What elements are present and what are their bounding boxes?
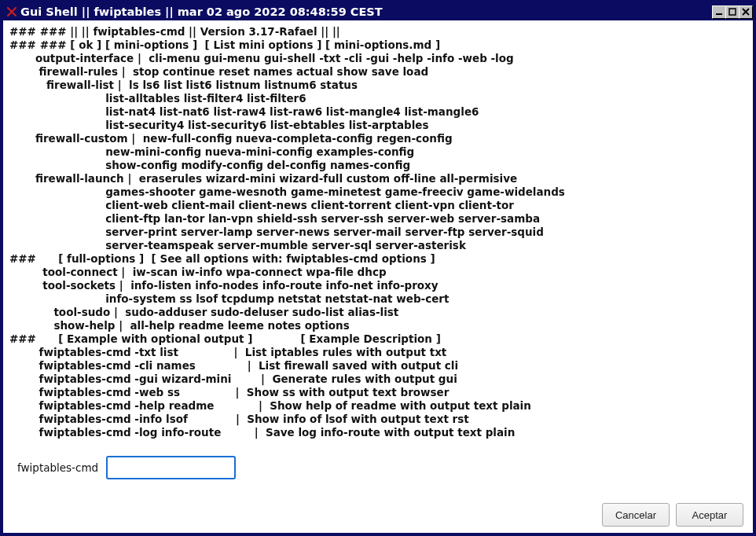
app-window: Gui Shell || fwiptables || mar 02 ago 20… <box>0 0 756 536</box>
close-icon <box>742 8 750 16</box>
command-row: fwiptables-cmd <box>8 448 748 481</box>
svg-rect-1 <box>729 9 736 15</box>
minimize-button[interactable] <box>712 6 726 19</box>
titlebar[interactable]: Gui Shell || fwiptables || mar 02 ago 20… <box>3 3 753 20</box>
command-label: fwiptables-cmd <box>17 461 98 474</box>
cancel-button[interactable]: Cancelar <box>602 503 670 527</box>
accept-button[interactable]: Aceptar <box>676 503 743 527</box>
window-controls <box>713 6 753 19</box>
window-title: Gui Shell || fwiptables || mar 02 ago 20… <box>20 6 710 18</box>
dialog-button-row: Cancelar Aceptar <box>8 481 748 528</box>
maximize-icon <box>728 8 736 16</box>
app-x-icon <box>6 6 17 17</box>
svg-rect-0 <box>716 13 722 15</box>
minimize-icon <box>715 8 723 16</box>
close-button[interactable] <box>739 6 753 19</box>
client-area: ### ### || || fwiptables-cmd || Version … <box>3 20 753 533</box>
maximize-button[interactable] <box>725 6 739 19</box>
command-input[interactable] <box>106 456 236 479</box>
output-text[interactable]: ### ### || || fwiptables-cmd || Version … <box>8 25 748 448</box>
